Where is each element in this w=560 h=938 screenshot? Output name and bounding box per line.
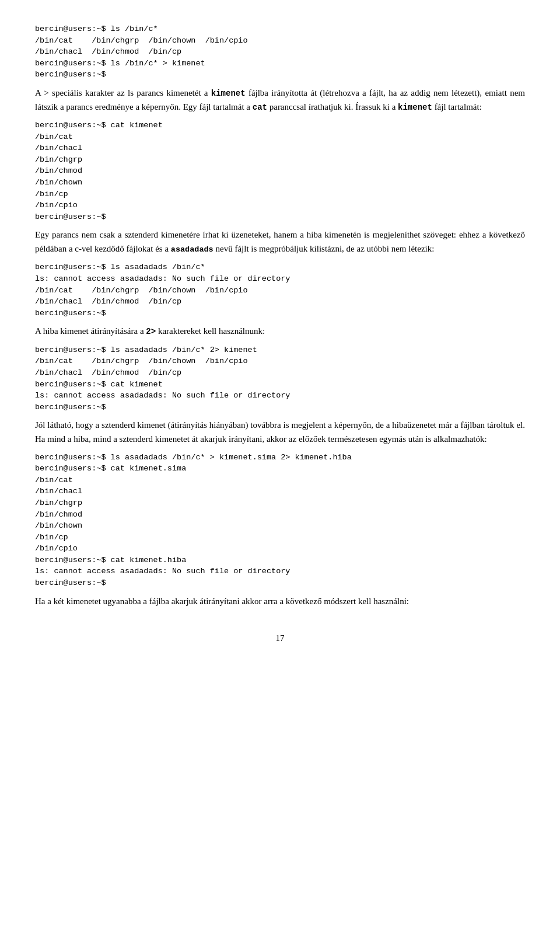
- inline-code-2gt: 2>: [146, 327, 156, 336]
- page-number: 17: [35, 632, 525, 645]
- code-block-3: bercin@users:~$ ls asadadads /bin/c* ls:…: [35, 261, 525, 319]
- code-block-1: bercin@users:~$ ls /bin/c* /bin/cat /bin…: [35, 23, 525, 81]
- code-block-4: bercin@users:~$ ls asadadads /bin/c* 2> …: [35, 344, 525, 413]
- page-number-text: 17: [276, 633, 285, 643]
- code-block-5: bercin@users:~$ ls asadadads /bin/c* > k…: [35, 452, 525, 589]
- code-block-2: bercin@users:~$ cat kimenet /bin/cat /bi…: [35, 120, 525, 222]
- inline-code-kimenet: kimenet: [211, 89, 246, 98]
- paragraph-2: Egy parancs nem csak a sztenderd kimenet…: [35, 228, 525, 256]
- inline-code-cat: cat: [253, 103, 267, 112]
- paragraph-3: A hiba kimenet átirányítására a 2> karak…: [35, 325, 525, 339]
- paragraph-5: Ha a két kimenetet ugyanabba a fájlba ak…: [35, 595, 525, 608]
- page-content: bercin@users:~$ ls /bin/c* /bin/cat /bin…: [35, 23, 525, 644]
- inline-code-asadadads: asadadads: [171, 245, 214, 254]
- inline-code-kimenet2: kimenet: [398, 103, 432, 112]
- paragraph-4: Jól látható, hogy a sztenderd kimenet (á…: [35, 419, 525, 446]
- paragraph-1: A > speciális karakter az ls parancs kim…: [35, 86, 525, 114]
